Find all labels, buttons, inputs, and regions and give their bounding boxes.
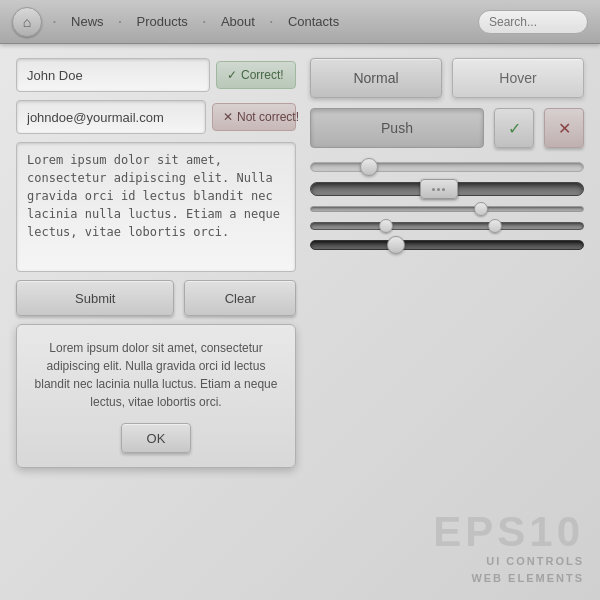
slider-5-thumb[interactable] bbox=[387, 236, 405, 254]
slider-4-thumb-a[interactable] bbox=[379, 219, 393, 233]
slider-3-thumb[interactable] bbox=[474, 202, 488, 216]
x-icon: ✕ bbox=[223, 110, 233, 124]
nav-item-products[interactable]: Products bbox=[127, 10, 198, 33]
email-input[interactable] bbox=[16, 100, 206, 134]
slider-3-track bbox=[310, 206, 584, 212]
grip-dot-2 bbox=[437, 188, 440, 191]
check-glyph: ✓ bbox=[508, 119, 521, 138]
nav-separator-2: · bbox=[118, 11, 123, 32]
check-icon-button[interactable]: ✓ bbox=[494, 108, 534, 148]
home-glyph: ⌂ bbox=[23, 14, 31, 30]
slider-1-thumb[interactable] bbox=[360, 158, 378, 176]
normal-button[interactable]: Normal bbox=[310, 58, 442, 98]
right-panel: Normal Hover Push ✓ ✕ bbox=[310, 58, 584, 586]
sliders-section bbox=[310, 162, 584, 250]
nav-item-news[interactable]: News bbox=[61, 10, 114, 33]
eps-big-text: EPS10 bbox=[433, 511, 584, 553]
main-textarea[interactable]: Lorem ipsum dolor sit amet, consectetur … bbox=[16, 142, 296, 272]
eps-section: EPS10 UI CONTROLS WEB ELEMENTS bbox=[310, 507, 584, 586]
nav-separator-1: · bbox=[52, 11, 57, 32]
x-glyph: ✕ bbox=[558, 119, 571, 138]
grip-dot-1 bbox=[432, 188, 435, 191]
search-input[interactable] bbox=[478, 10, 588, 34]
grip-dot-3 bbox=[442, 188, 445, 191]
nav-separator-4: · bbox=[269, 11, 274, 32]
eps-line1: UI CONTROLS bbox=[471, 553, 584, 570]
hover-button[interactable]: Hover bbox=[452, 58, 584, 98]
check-icon: ✓ bbox=[227, 68, 237, 82]
x-icon-button[interactable]: ✕ bbox=[544, 108, 584, 148]
navbar: ⌂ · News · Products · About · Contacts bbox=[0, 0, 600, 44]
nav-separator-3: · bbox=[202, 11, 207, 32]
eps-subtitle: UI CONTROLS WEB ELEMENTS bbox=[471, 553, 584, 586]
home-icon[interactable]: ⌂ bbox=[12, 7, 42, 37]
incorrect-label: Not correct! bbox=[237, 110, 299, 124]
push-button[interactable]: Push bbox=[310, 108, 484, 148]
left-panel: ✓ Correct! ✕ Not correct! Lorem ipsum do… bbox=[16, 58, 296, 586]
button-row-2: Push ✓ ✕ bbox=[310, 108, 584, 148]
slider-1-track bbox=[310, 162, 584, 172]
correct-label: Correct! bbox=[241, 68, 284, 82]
form-buttons: Submit Clear bbox=[16, 280, 296, 316]
ok-button[interactable]: OK bbox=[121, 423, 191, 453]
nav-item-contacts[interactable]: Contacts bbox=[278, 10, 349, 33]
main-content: ✓ Correct! ✕ Not correct! Lorem ipsum do… bbox=[0, 44, 600, 600]
email-row: ✕ Not correct! bbox=[16, 100, 296, 134]
slider-4-thumb-b[interactable] bbox=[488, 219, 502, 233]
eps-line2: WEB ELEMENTS bbox=[471, 570, 584, 587]
nav-item-about[interactable]: About bbox=[211, 10, 265, 33]
name-input[interactable] bbox=[16, 58, 210, 92]
correct-badge: ✓ Correct! bbox=[216, 61, 296, 89]
slider-4-track bbox=[310, 222, 584, 230]
button-row-1: Normal Hover bbox=[310, 58, 584, 98]
incorrect-badge: ✕ Not correct! bbox=[212, 103, 296, 131]
submit-button[interactable]: Submit bbox=[16, 280, 174, 316]
slider-2-thumb[interactable] bbox=[420, 179, 458, 199]
dialog-text: Lorem ipsum dolor sit amet, consectetur … bbox=[33, 339, 279, 411]
clear-button[interactable]: Clear bbox=[184, 280, 296, 316]
name-row: ✓ Correct! bbox=[16, 58, 296, 92]
slider-5-track bbox=[310, 240, 584, 250]
slider-2-track bbox=[310, 182, 584, 196]
dialog-box: Lorem ipsum dolor sit amet, consectetur … bbox=[16, 324, 296, 468]
